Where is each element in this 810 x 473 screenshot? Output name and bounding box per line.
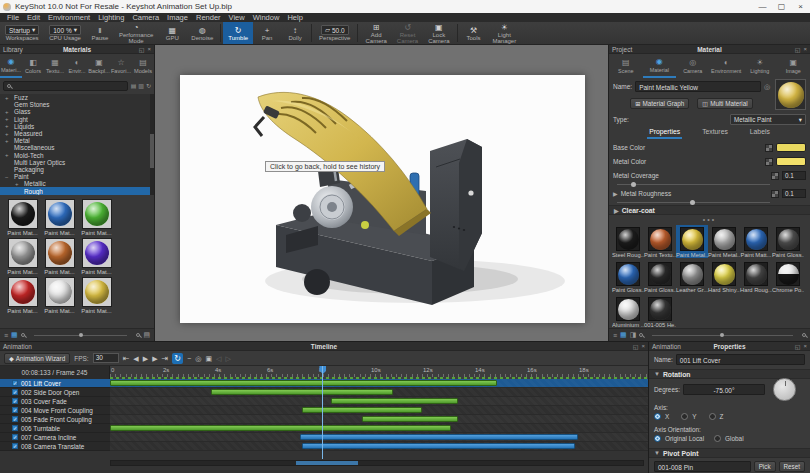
project-material-swatch[interactable]: Hard Roug... — [740, 260, 772, 293]
track-checkbox[interactable]: ✓ — [12, 425, 18, 431]
tab-colors[interactable]: ◧Colors — [22, 54, 44, 78]
base-color-texture-button[interactable] — [765, 144, 773, 152]
performance-mode-button[interactable]: ◔ Performance Mode — [114, 22, 158, 44]
close-button[interactable]: × — [791, 0, 810, 13]
timeline-scrollbar[interactable] — [110, 460, 644, 466]
track-lane[interactable] — [110, 424, 648, 433]
project-material-swatch[interactable]: Paint Gloss... — [612, 260, 644, 293]
zoom-icon[interactable] — [136, 333, 140, 337]
tree-item-paint[interactable]: −Paint — [0, 173, 154, 180]
tab-favorites[interactable]: ☆Favori... — [110, 54, 132, 78]
float-panel-icon[interactable]: ◱ — [795, 46, 801, 53]
menu-lighting[interactable]: Lighting — [94, 13, 128, 22]
metal-coverage-slider[interactable] — [617, 184, 770, 185]
material-swatch[interactable]: Paint Mat... — [42, 238, 78, 275]
tab-image[interactable]: ▣Image — [777, 54, 810, 78]
tree-scrollbar[interactable] — [150, 94, 154, 195]
tab-material[interactable]: ◉Material — [643, 54, 677, 78]
tab-lighting[interactable]: ☀Lighting — [743, 54, 777, 78]
float-panel-icon[interactable]: ◱ — [633, 343, 639, 350]
project-material-swatch[interactable]: Paint Textu... — [644, 225, 676, 258]
realtime-viewport[interactable]: Click to go back, hold to see history — [155, 45, 608, 341]
keyframe-button[interactable]: ▣ — [205, 353, 212, 364]
rotation-dial[interactable] — [773, 378, 796, 401]
tab-models[interactable]: ▤Models — [132, 54, 154, 78]
tools-button[interactable]: ⚒ Tools — [460, 22, 488, 44]
cpu-usage-dropdown[interactable]: 100 %▾ CPU Usage — [44, 22, 86, 44]
float-panel-icon[interactable]: ◱ — [795, 343, 801, 350]
menu-view[interactable]: View — [225, 13, 249, 22]
render-preview-icon[interactable]: ◎ — [764, 83, 770, 91]
metal-coverage-texture-button[interactable] — [771, 172, 779, 180]
thumbnail-size-slider[interactable] — [652, 335, 793, 336]
animation-bar[interactable] — [302, 407, 422, 413]
animation-wizard-button[interactable]: ◆Animation Wizard — [4, 353, 70, 364]
go-to-start-button[interactable]: ⇤ — [123, 353, 130, 364]
section-resize-grip[interactable]: ••• — [609, 216, 810, 223]
lock-camera-button[interactable]: ▣ Lock Camera — [423, 22, 454, 44]
tab-backplates[interactable]: ▣Backpl... — [88, 54, 110, 78]
thumbnail-size-slider[interactable] — [34, 335, 128, 336]
zoom-icon[interactable] — [802, 333, 806, 337]
track-lane[interactable] — [110, 406, 648, 415]
pick-button[interactable]: Pick — [754, 461, 776, 472]
material-swatch[interactable]: Paint Mat... — [79, 199, 115, 236]
material-swatch[interactable]: Paint Mat... — [42, 199, 78, 236]
add-camera-button[interactable]: ⊞ Add Camera — [360, 22, 391, 44]
track-name[interactable]: ✓008 Camera Translate — [0, 442, 110, 451]
perspective-control[interactable]: ▱50.0 Perspective — [314, 22, 355, 44]
fps-input[interactable]: 30 — [93, 353, 119, 363]
tree-item-fuzz[interactable]: +Fuzz — [0, 94, 154, 101]
menu-window[interactable]: Window — [249, 13, 284, 22]
metal-roughness-slider[interactable] — [617, 202, 770, 203]
global-radio[interactable] — [714, 435, 721, 442]
light-manager-button[interactable]: ☀ Light Manager — [488, 22, 522, 44]
list-view-icon[interactable]: ≡ — [613, 332, 617, 339]
base-color-swatch[interactable] — [776, 143, 806, 152]
metal-color-texture-button[interactable] — [765, 158, 773, 166]
track-checkbox[interactable]: ✓ — [12, 434, 18, 440]
animation-bar[interactable] — [302, 443, 575, 449]
material-name-input[interactable]: Paint Metallic Yellow — [635, 81, 761, 92]
grid-view-icon[interactable]: ▦ — [620, 331, 627, 339]
track-checkbox[interactable]: ✓ — [12, 443, 18, 449]
tree-item-miscellaneous[interactable]: Miscellaneous — [0, 144, 154, 151]
track-checkbox[interactable]: ✓ — [12, 407, 18, 413]
track-checkbox[interactable]: ✓ — [12, 416, 18, 422]
add-folder-icon[interactable]: ▥ — [138, 82, 144, 89]
prev-keyframe-button[interactable]: ◁ — [216, 353, 221, 364]
track-name[interactable]: ✓004 Move Front Coupling — [0, 406, 110, 415]
track-lane[interactable] — [110, 397, 648, 406]
step-back-button[interactable]: ◀ — [133, 353, 138, 364]
tree-item-light[interactable]: +Light — [0, 116, 154, 123]
tab-textures[interactable]: ▦Textu... — [44, 54, 66, 78]
list-view-icon[interactable]: ≡ — [4, 332, 8, 339]
play-reverse-button[interactable]: ▶ — [143, 353, 148, 364]
track-lane[interactable] — [110, 433, 648, 442]
menu-image[interactable]: Image — [163, 13, 192, 22]
material-swatch[interactable]: Paint Mat... — [5, 238, 41, 275]
animation-bar[interactable] — [110, 380, 497, 386]
material-swatch[interactable]: Paint Mat... — [42, 277, 78, 314]
metal-color-swatch[interactable] — [776, 157, 806, 166]
tumble-button[interactable]: ↻ Tumble — [223, 22, 253, 44]
tab-materials[interactable]: ◉Materi... — [0, 54, 22, 78]
axis-x-radio[interactable] — [654, 413, 661, 420]
tab-environment[interactable]: ◐Environment — [710, 54, 744, 78]
axis-y-radio[interactable] — [681, 413, 688, 420]
animation-bar[interactable] — [362, 416, 458, 422]
track-name[interactable]: ✓007 Camera Incline — [0, 433, 110, 442]
tree-item-multi-layer-optics[interactable]: Multi Layer Optics — [0, 159, 154, 166]
track-name[interactable]: ✓003 Cover Fade — [0, 397, 110, 406]
project-material-swatch[interactable]: 001-005 He... — [644, 295, 676, 328]
tree-item-mold-tech[interactable]: +Mold-Tech — [0, 152, 154, 159]
metal-coverage-value[interactable]: 0.1 — [782, 171, 806, 180]
tree-item-rough[interactable]: Rough — [0, 187, 154, 194]
menu-help[interactable]: Help — [283, 13, 306, 22]
track-checkbox[interactable]: ✓ — [12, 389, 18, 395]
menu-file[interactable]: File — [3, 13, 23, 22]
project-material-swatch[interactable]: Hard Shiny... — [708, 260, 740, 293]
denoise-button[interactable]: ◍ Denoise — [186, 22, 218, 44]
track-lane[interactable] — [110, 379, 648, 388]
loop-toggle[interactable]: ↻ — [172, 353, 183, 364]
